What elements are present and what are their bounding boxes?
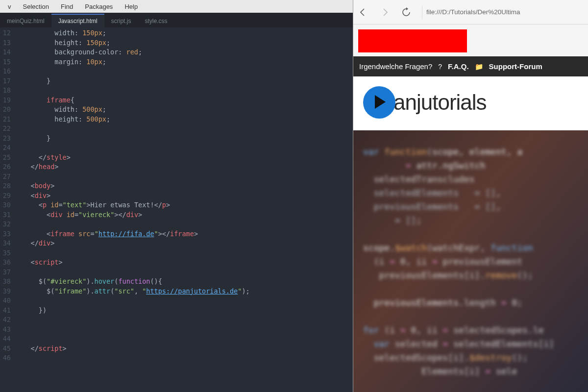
tab-bar: meinQuiz.htmlJavascript.htmlscript.jssty…	[0, 13, 353, 27]
faq-link[interactable]: F.A.Q.	[448, 62, 469, 71]
forward-button[interactable]	[379, 6, 391, 18]
code-area[interactable]: 1213141516171819202122232425262728293031…	[0, 27, 353, 392]
red-box	[358, 29, 467, 52]
menu-packages[interactable]: Packages	[79, 3, 119, 10]
address-bar[interactable]: file:///D:/Tutorials/Der%20Ultima	[422, 5, 584, 19]
tab-style-css[interactable]: style.css	[138, 15, 174, 27]
logo-text: anjutorials	[393, 90, 487, 115]
site-topbar: Irgendwelche Fragen? ? F.A.Q. 📁 Support-…	[353, 56, 588, 76]
browser-nav: file:///D:/Tutorials/Der%20Ultima	[353, 0, 588, 24]
hero-image: var function(scope, element, a = attr.ng…	[353, 130, 588, 392]
menu-find[interactable]: Find	[55, 3, 79, 10]
tab-meinQuiz-html[interactable]: meinQuiz.html	[0, 15, 51, 27]
menubar: vSelectionFindPackagesHelp	[0, 0, 353, 13]
question-icon: ?	[438, 63, 442, 71]
browser-pane: file:///D:/Tutorials/Der%20Ultima Irgend…	[353, 0, 588, 392]
menu-help[interactable]: Help	[119, 3, 144, 10]
code-content[interactable]: width: 150px; height: 150px; background-…	[15, 27, 353, 392]
editor-pane: vSelectionFindPackagesHelp meinQuiz.html…	[0, 0, 353, 392]
support-forum-link[interactable]: Support-Forum	[489, 62, 542, 71]
back-button[interactable]	[357, 6, 369, 18]
hero-blurred-code: var function(scope, element, a = attr.ng…	[353, 130, 588, 392]
folder-icon: 📁	[475, 63, 483, 71]
line-gutter: 1213141516171819202122232425262728293031…	[0, 27, 15, 392]
site-logo: anjutorials	[353, 76, 588, 130]
refresh-button[interactable]	[400, 6, 412, 18]
tab-Javascript-html[interactable]: Javascript.html	[51, 14, 104, 27]
menu-selection[interactable]: Selection	[17, 3, 55, 10]
logo-mark-icon	[362, 85, 396, 120]
tab-script-js[interactable]: script.js	[104, 15, 138, 27]
menu-v[interactable]: v	[2, 3, 17, 10]
topbar-question: Irgendwelche Fragen?	[359, 62, 432, 71]
